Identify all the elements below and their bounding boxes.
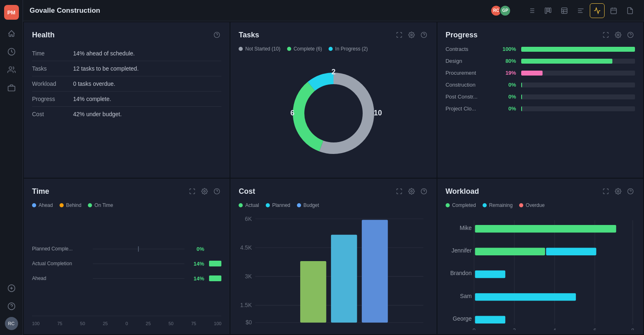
sidebar: PM RC: [0, 0, 23, 335]
legend-actual: Actual: [239, 202, 259, 208]
workload-settings-btn[interactable]: [614, 187, 623, 196]
svg-rect-16: [550, 8, 551, 12]
gantt-view-btn[interactable]: [573, 3, 588, 18]
legend-completed: Completed: [446, 202, 476, 208]
health-row: Workload0 tasks overdue.: [32, 76, 221, 92]
workload-expand-btn[interactable]: [601, 187, 610, 196]
svg-rect-24: [611, 8, 616, 14]
time-legend: Ahead Behind On Time: [32, 202, 221, 208]
svg-point-1: [9, 67, 12, 70]
svg-text:2: 2: [513, 328, 515, 330]
view-nav: [524, 3, 637, 18]
health-row: Tasks12 tasks to be completed.: [32, 61, 221, 76]
workload-title: Workload: [446, 187, 601, 196]
chart-view-btn[interactable]: [590, 3, 605, 18]
workload-panel: Workload Completed: [437, 179, 643, 334]
progress-panel: Progress Contracts 100% Design: [437, 22, 643, 178]
list-view-btn[interactable]: [524, 3, 539, 18]
tasks-help-btn[interactable]: [419, 30, 428, 39]
svg-rect-15: [547, 8, 549, 11]
time-header: Time: [32, 187, 221, 196]
tasks-actions: [395, 30, 428, 39]
calendar-view-btn[interactable]: [606, 3, 621, 18]
cost-help-btn[interactable]: [419, 187, 428, 196]
cost-legend: Actual Planned Budget: [239, 202, 428, 208]
sidebar-people[interactable]: [4, 62, 19, 77]
tasks-donut: 6 10 2: [239, 57, 428, 170]
cost-actions: [395, 187, 428, 196]
main-content: Govalle Construction RC GP: [23, 0, 644, 335]
progress-settings-btn[interactable]: [614, 30, 623, 39]
tasks-panel: Tasks Not Started (10)Complete (6)In Pro…: [230, 22, 436, 178]
board-view-btn[interactable]: [540, 3, 555, 18]
health-table: Time14% ahead of schedule.Tasks12 tasks …: [32, 46, 221, 122]
legend-overdue: Overdue: [519, 202, 545, 208]
sidebar-activity[interactable]: [4, 44, 19, 59]
svg-rect-83: [475, 271, 505, 278]
sidebar-home[interactable]: [4, 26, 19, 41]
tasks-header: Tasks: [239, 30, 428, 39]
progress-row-item: Project Clo... 0%: [446, 106, 635, 112]
svg-rect-61: [362, 220, 388, 322]
svg-rect-14: [545, 8, 547, 14]
cost-settings-btn[interactable]: [407, 187, 416, 196]
cost-panel: Cost Actual: [230, 179, 436, 334]
svg-text:6: 6: [593, 328, 596, 330]
workload-help-btn[interactable]: [626, 187, 635, 196]
tasks-settings-btn[interactable]: [407, 30, 416, 39]
time-help-btn[interactable]: [212, 187, 221, 196]
time-row-actual: Actual Completion 14%: [32, 259, 221, 268]
table-view-btn[interactable]: [557, 3, 572, 18]
tasks-expand-btn[interactable]: [395, 30, 404, 39]
time-axis: 100 75 50 25 0 25 50 75 100: [32, 316, 221, 326]
progress-rows: Contracts 100% Design 80% Procurement 19…: [446, 46, 635, 170]
time-row-ahead: Ahead 14%: [32, 274, 221, 282]
time-expand-btn[interactable]: [188, 187, 197, 196]
time-row-planned: Planned Comple... 0%: [32, 245, 221, 253]
docs-view-btn[interactable]: [623, 3, 637, 18]
dashboard: Health Time14% ahead of schedule.Tasks12…: [23, 21, 644, 335]
svg-text:George: George: [453, 315, 472, 322]
svg-rect-80: [475, 225, 616, 232]
health-row: Cost42% under budget.: [32, 107, 221, 122]
health-help-btn[interactable]: [212, 30, 221, 39]
sidebar-portfolio[interactable]: [4, 80, 19, 95]
legend-planned: Planned: [266, 202, 290, 208]
legend-ontime: On Time: [88, 202, 113, 208]
svg-point-46: [411, 190, 412, 192]
progress-row-item: Construction 0%: [446, 82, 635, 88]
workload-header: Workload: [446, 187, 635, 196]
svg-text:8: 8: [631, 328, 634, 330]
health-header: Health: [32, 30, 221, 39]
progress-row-item: Procurement 19%: [446, 70, 635, 76]
progress-row-item: Contracts 100%: [446, 46, 635, 52]
cost-expand-btn[interactable]: [395, 187, 404, 196]
legend-ahead: Ahead: [32, 202, 53, 208]
svg-text:Sam: Sam: [460, 293, 472, 299]
task-legend-item: Not Started (10): [239, 46, 280, 52]
legend-remaining: Remaining: [483, 202, 513, 208]
tasks-legend: Not Started (10)Complete (6)In Progress …: [239, 46, 428, 52]
health-row: Time14% ahead of schedule.: [32, 46, 221, 61]
health-row: Progress14% complete.: [32, 92, 221, 107]
svg-rect-81: [475, 248, 545, 255]
time-settings-btn[interactable]: [200, 187, 209, 196]
svg-rect-85: [475, 316, 505, 324]
workload-actions: [601, 187, 635, 196]
workload-chart-area: Mike Jennifer Brandon Sam George 0 2 4 6: [446, 215, 635, 330]
svg-rect-84: [475, 293, 576, 301]
svg-text:10: 10: [374, 109, 382, 117]
user-avatar[interactable]: RC: [5, 317, 18, 330]
svg-rect-17: [561, 8, 567, 14]
svg-text:6K: 6K: [245, 216, 253, 222]
progress-expand-btn[interactable]: [601, 30, 610, 39]
avatar-gp[interactable]: GP: [499, 5, 511, 16]
svg-text:Jennifer: Jennifer: [451, 247, 472, 254]
svg-text:1.5K: 1.5K: [240, 302, 252, 308]
sidebar-help[interactable]: [4, 299, 19, 314]
cost-header: Cost: [239, 187, 428, 196]
app-logo[interactable]: PM: [4, 5, 19, 20]
time-actions: [188, 187, 221, 196]
progress-help-btn[interactable]: [626, 30, 635, 39]
sidebar-add[interactable]: [4, 281, 19, 296]
